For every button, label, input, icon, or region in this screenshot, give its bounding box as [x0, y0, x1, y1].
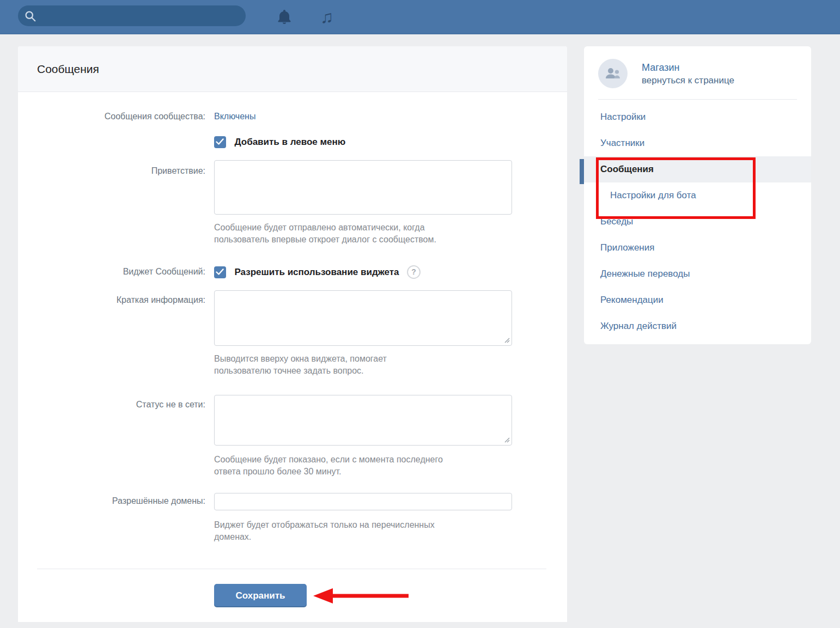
allowed-domains-input[interactable]: [214, 493, 512, 510]
greeting-hint: Сообщение будет отправлено автоматически…: [214, 222, 567, 246]
community-name-link[interactable]: Магазин: [642, 61, 734, 74]
short-info-label: Краткая информация:: [18, 290, 210, 377]
save-button[interactable]: Сохранить: [214, 584, 307, 607]
left-menu-checkbox-label[interactable]: Добавить в левое меню: [234, 137, 345, 147]
community-avatar[interactable]: [598, 59, 628, 88]
widget-checkbox-label[interactable]: Разрешить использование виджета: [234, 267, 399, 277]
widget-row: Виджет Сообщений: Разрешить использовани…: [18, 265, 567, 279]
greeting-textarea[interactable]: [214, 160, 512, 215]
messages-settings-form: Сообщения сообщества: Включены Добавить …: [18, 92, 567, 607]
sidebar-nav: Настройки Участники Сообщения Настройки …: [584, 100, 811, 345]
allowed-domains-row: Разрешённые домены: Виджет будет отображ…: [18, 493, 567, 543]
sidebar-item-settings[interactable]: Настройки: [584, 104, 811, 130]
widget-label: Виджет Сообщений:: [18, 265, 210, 279]
search-icon: [25, 10, 36, 22]
help-question-icon[interactable]: ?: [407, 265, 421, 279]
sidebar-item-messages[interactable]: Сообщения: [584, 156, 811, 182]
left-menu-row: Добавить в левое меню: [18, 136, 567, 148]
sidebar-item-money-transfers[interactable]: Денежные переводы: [584, 261, 811, 287]
offline-status-row: Статус не в сети: Сообщение будет показа…: [18, 395, 567, 478]
music-note-icon[interactable]: ♫: [320, 5, 338, 23]
messages-settings-panel: Сообщения Сообщения сообщества: Включены…: [18, 46, 567, 622]
form-divider: [37, 569, 546, 569]
bell-icon[interactable]: [276, 8, 293, 26]
sidebar-item-recommendations[interactable]: Рекомендации: [584, 287, 811, 313]
sidebar-item-bot-settings[interactable]: Настройки для бота: [584, 182, 811, 209]
back-to-page-link[interactable]: вернуться к странице: [642, 74, 734, 87]
widget-checkbox[interactable]: [214, 266, 226, 278]
sidebar-item-members[interactable]: Участники: [584, 130, 811, 156]
short-info-textarea[interactable]: [214, 290, 512, 346]
checkmark-icon: [216, 138, 224, 145]
checkmark-icon: [216, 269, 224, 276]
search-input[interactable]: [18, 5, 246, 26]
panel-header: Сообщения: [18, 46, 567, 92]
page-title: Сообщения: [37, 63, 99, 76]
greeting-label: Приветствие:: [18, 160, 210, 246]
offline-status-label: Статус не в сети:: [18, 395, 210, 478]
sidebar-item-action-log[interactable]: Журнал действий: [584, 313, 811, 339]
allowed-domains-hint: Виджет будет отображаться только на пере…: [214, 519, 567, 543]
sidebar-item-chats[interactable]: Беседы: [584, 209, 811, 235]
community-sidebar: Магазин вернуться к странице Настройки У…: [584, 46, 811, 344]
offline-status-textarea[interactable]: [214, 395, 512, 446]
top-navigation-bar: ♫: [0, 0, 840, 34]
community-messages-label: Сообщения сообщества:: [18, 112, 210, 121]
left-menu-checkbox[interactable]: [214, 136, 226, 148]
allowed-domains-label: Разрешённые домены:: [18, 493, 210, 543]
greeting-row: Приветствие: Сообщение будет отправлено …: [18, 160, 567, 246]
community-messages-status-link[interactable]: Включены: [214, 112, 255, 121]
short-info-hint: Выводится вверху окна виджета, помогает …: [214, 353, 567, 377]
community-profile-block: Магазин вернуться к странице: [584, 46, 811, 99]
sidebar-item-apps[interactable]: Приложения: [584, 235, 811, 261]
offline-status-hint: Сообщение будет показано, если с момента…: [214, 454, 567, 478]
active-item-indicator: [580, 159, 584, 184]
community-messages-row: Сообщения сообщества: Включены: [18, 112, 567, 121]
people-icon: [605, 68, 621, 80]
short-info-row: Краткая информация: Выводится вверху окн…: [18, 290, 567, 377]
